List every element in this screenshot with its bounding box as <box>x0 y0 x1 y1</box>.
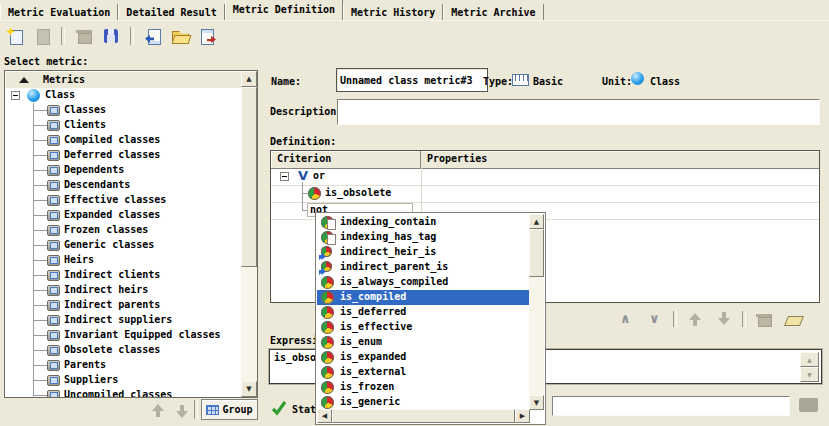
status-comment-icon[interactable] <box>799 398 818 412</box>
dropdown-scroll-left-button[interactable]: ◀ <box>317 409 332 423</box>
tree-item-dependents[interactable]: Dependents <box>5 163 241 178</box>
tree-item-compiled-classes[interactable]: Compiled classes <box>5 133 241 148</box>
copy-metric-button[interactable] <box>31 25 53 47</box>
name-input[interactable] <box>336 68 488 92</box>
dropdown-scroll-up-button[interactable]: ▲ <box>529 214 544 229</box>
dropdown-item-indexing-has-tag[interactable]: indexing_has_tag <box>317 230 530 245</box>
clear-criteria-button[interactable] <box>782 308 804 330</box>
and-criterion-button[interactable] <box>615 308 637 330</box>
dropdown-item-is-expanded[interactable]: is_expanded <box>317 350 530 365</box>
tree-item-obsolete-classes[interactable]: Obsolete classes <box>5 343 241 358</box>
dropdown-item-is-generic[interactable]: is_generic <box>317 395 530 410</box>
tree-item-indirect-suppliers[interactable]: Indirect suppliers <box>5 313 241 328</box>
dropdown-horizontal-scrollbar[interactable]: ◀ ▶ <box>317 409 530 423</box>
tree-item-class-root[interactable]: Class <box>5 88 241 103</box>
dropdown-item-is-effective[interactable]: is_effective <box>317 320 530 335</box>
open-metric-file-button[interactable] <box>169 25 191 47</box>
tree-item-clients[interactable]: Clients <box>5 118 241 133</box>
criterion-row-or[interactable]: V or <box>271 168 819 185</box>
expression-scroll-down-button[interactable]: ▼ <box>800 367 819 382</box>
dropdown-item-is-frozen[interactable]: is_frozen <box>317 380 530 395</box>
tree-item-descendants[interactable]: Descendants <box>5 178 241 193</box>
metric-icon <box>47 270 60 281</box>
tab-metric-history[interactable]: Metric History <box>343 4 443 21</box>
tab-metric-definition[interactable]: Metric Definition <box>225 0 343 21</box>
criterion-row-is-obsolete[interactable]: is_obsolete <box>271 185 819 202</box>
tree-item-label: Generic classes <box>64 239 154 250</box>
delete-metric-button[interactable] <box>73 25 95 47</box>
tree-item-parents[interactable]: Parents <box>5 358 241 373</box>
export-metrics-button[interactable] <box>196 25 218 47</box>
metric-icon <box>47 195 60 206</box>
dropdown-scroll-down-button[interactable]: ▼ <box>529 395 544 410</box>
tree-item-invariant-equipped-classes[interactable]: Invariant Equipped classes <box>5 328 241 343</box>
collapse-icon[interactable] <box>11 91 20 100</box>
dropdown-scroll-right-button[interactable]: ▶ <box>515 409 530 423</box>
tab-separator-line <box>0 20 829 21</box>
tab-detailed-result[interactable]: Detailed Result <box>118 4 224 21</box>
tree-item-classes[interactable]: Classes <box>5 103 241 118</box>
dropdown-item-indirect-heir-is[interactable]: indirect_heir_is <box>317 245 530 260</box>
dropdown-item-indirect-parent-is[interactable]: indirect_parent_is <box>317 260 530 275</box>
tree-item-effective-classes[interactable]: Effective classes <box>5 193 241 208</box>
dropdown-item-is-always-compiled[interactable]: is_always_compiled <box>317 275 530 290</box>
tab-label: Detailed Result <box>126 7 216 18</box>
metric-icon <box>47 330 60 341</box>
scroll-down-button[interactable]: ▼ <box>241 381 257 397</box>
dropdown-hscroll-thumb[interactable] <box>332 409 515 423</box>
metrics-column-header[interactable]: Metrics <box>5 71 241 89</box>
new-metric-button[interactable] <box>4 25 26 47</box>
group-toggle-button[interactable]: Group <box>201 399 258 420</box>
dropdown-vertical-scrollbar[interactable]: ▲ ▼ <box>529 214 544 410</box>
move-metric-down-button[interactable] <box>174 402 192 420</box>
or-criterion-icon <box>647 311 663 327</box>
tree-item-indirect-parents[interactable]: Indirect parents <box>5 298 241 313</box>
dropdown-item-is-external[interactable]: is_external <box>317 365 530 380</box>
metric-tree: ClassClassesClientsCompiled classesDefer… <box>5 88 241 397</box>
tree-item-heirs[interactable]: Heirs <box>5 253 241 268</box>
basic-type-icon <box>512 74 529 86</box>
criterion-dropdown-list: indexing_containindexing_has_tagindirect… <box>315 212 546 425</box>
or-criterion-button[interactable] <box>644 308 666 330</box>
dropdown-item-is-deferred[interactable]: is_deferred <box>317 305 530 320</box>
tree-item-indirect-clients[interactable]: Indirect clients <box>5 268 241 283</box>
tree-item-deferred-classes[interactable]: Deferred classes <box>5 148 241 163</box>
move-criterion-up-button[interactable] <box>684 308 706 330</box>
tree-item-label: Obsolete classes <box>64 344 160 355</box>
save-metric-button[interactable] <box>100 25 122 47</box>
scroll-thumb[interactable] <box>241 87 257 267</box>
save-metric-icon <box>102 27 120 45</box>
name-label: Name: <box>271 76 301 87</box>
import-metrics-button[interactable] <box>142 25 164 47</box>
tree-item-indirect-heirs[interactable]: Indirect heirs <box>5 283 241 298</box>
metric-icon <box>47 135 60 146</box>
class-unit-icon <box>631 72 644 85</box>
tree-item-uncompiled-classes[interactable]: Uncompiled classes <box>5 388 241 397</box>
move-criterion-down-button[interactable] <box>713 308 735 330</box>
move-metric-up-button[interactable] <box>150 402 168 420</box>
tree-item-label: Descendants <box>64 179 130 190</box>
dropdown-item-is-enum[interactable]: is_enum <box>317 335 530 350</box>
metric-tool-window: Metric EvaluationDetailed ResultMetric D… <box>0 0 829 426</box>
tree-scrollbar[interactable]: ▲ ▼ <box>241 71 257 397</box>
delete-criterion-button[interactable] <box>753 308 775 330</box>
tab-metric-evaluation[interactable]: Metric Evaluation <box>0 4 118 21</box>
expression-scroll-up-button[interactable]: ▲ <box>800 352 819 367</box>
dropdown-item-indexing-contain[interactable]: indexing_contain <box>317 215 530 230</box>
tree-item-suppliers[interactable]: Suppliers <box>5 373 241 388</box>
tree-item-expanded-classes[interactable]: Expanded classes <box>5 208 241 223</box>
column-header-properties[interactable]: Properties <box>421 151 819 168</box>
description-input[interactable] <box>337 99 820 125</box>
criterion-row-label: is_obsolete <box>325 187 391 198</box>
open-metric-file-icon <box>171 27 189 45</box>
column-header-criterion[interactable]: Criterion <box>271 151 421 168</box>
tree-item-frozen-classes[interactable]: Frozen classes <box>5 223 241 238</box>
tree-item-generic-classes[interactable]: Generic classes <box>5 238 241 253</box>
dropdown-scroll-thumb[interactable] <box>529 229 544 277</box>
dropdown-item-label: is_expanded <box>340 351 406 362</box>
scroll-up-button[interactable]: ▲ <box>241 71 257 87</box>
collapse-icon[interactable] <box>280 172 289 181</box>
dropdown-item-is-compiled[interactable]: is_compiled <box>317 290 530 305</box>
status-message-field[interactable] <box>552 396 790 416</box>
tab-metric-archive[interactable]: Metric Archive <box>443 4 543 21</box>
